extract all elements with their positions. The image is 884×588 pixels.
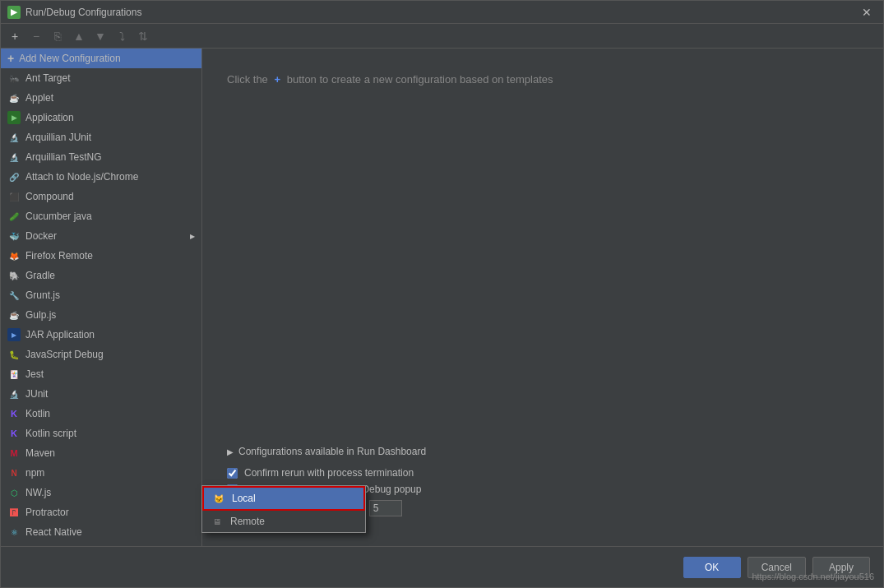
local-icon: 🐱: [212, 492, 225, 505]
firefox-remote-label: Firefox Remote: [25, 250, 93, 262]
sidebar-item-jar-application[interactable]: ▶ JAR Application: [1, 325, 201, 345]
move-into-btn[interactable]: ⤵: [113, 27, 131, 45]
run-debug-configurations-window: ▶ Run/Debug Configurations ✕ + − ⎘ ▲ ▼ ⤵…: [0, 0, 884, 588]
title-bar: ▶ Run/Debug Configurations ✕: [1, 1, 883, 24]
grunt-js-label: Grunt.js: [25, 289, 60, 301]
confirm-rerun-label: Confirm rerun with process termination: [244, 467, 414, 479]
sidebar-item-ant-target[interactable]: 🐜 Ant Target: [1, 68, 201, 88]
sidebar-item-cucumber-java[interactable]: 🥒 Cucumber java: [1, 206, 201, 226]
jar-application-label: JAR Application: [25, 329, 95, 340]
sort-btn[interactable]: ⇅: [134, 27, 152, 45]
remote-submenu-label: Remote: [230, 516, 265, 527]
sidebar-item-applet[interactable]: ☕ Applet: [1, 88, 201, 108]
applet-label: Applet: [25, 92, 53, 104]
sidebar-item-maven[interactable]: M Maven: [1, 443, 201, 463]
gradle-icon: 🐘: [7, 269, 21, 282]
javascript-debug-label: JavaScript Debug: [25, 349, 104, 360]
add-new-configuration-label: Add New Configuration: [19, 53, 120, 64]
attach-nodejs-icon: 🔗: [7, 170, 21, 183]
add-configuration-btn[interactable]: +: [6, 27, 24, 45]
move-up-btn[interactable]: ▲: [70, 27, 88, 45]
main-content: + Add New Configuration 🐜 Ant Target ☕ A…: [1, 49, 883, 546]
kotlin-script-icon: K: [7, 427, 21, 440]
submenu-item-remote[interactable]: 🖥 Remote: [202, 511, 365, 532]
gulp-js-icon: ☕: [7, 308, 21, 322]
sidebar-item-protractor[interactable]: 🅿 Protractor: [1, 502, 201, 522]
sidebar-item-compound[interactable]: ⬛ Compound: [1, 187, 201, 206]
sidebar-item-gradle[interactable]: 🐘 Gradle: [1, 266, 201, 285]
submenu-item-local[interactable]: 🐱 Local: [202, 486, 365, 511]
grunt-js-icon: 🔧: [7, 289, 21, 302]
toolbar: + − ⎘ ▲ ▼ ⤵ ⇅: [1, 24, 883, 49]
sidebar-item-junit[interactable]: 🔬 JUnit: [1, 384, 201, 404]
sidebar-item-npm[interactable]: N npm: [1, 463, 201, 483]
sidebar: + Add New Configuration 🐜 Ant Target ☕ A…: [1, 49, 202, 546]
sidebar-item-arquillian-testng[interactable]: 🔬 Arquillian TestNG: [1, 147, 201, 167]
npm-label: npm: [25, 467, 44, 479]
close-button[interactable]: ✕: [857, 4, 877, 21]
confirm-rerun-checkbox[interactable]: [227, 468, 238, 479]
compound-label: Compound: [25, 191, 74, 202]
junit-label: JUnit: [25, 388, 48, 400]
sidebar-item-jest[interactable]: 🃏 Jest: [1, 364, 201, 384]
plus-icon: +: [274, 73, 280, 86]
footer-url: https://blog.csdn.net/jiayou516: [0, 572, 884, 581]
gradle-label: Gradle: [25, 270, 55, 281]
protractor-icon: 🅿: [7, 506, 21, 519]
run-dashboard-arrow-icon: ▶: [227, 447, 234, 456]
maven-label: Maven: [25, 447, 55, 459]
docker-label: Docker: [25, 230, 57, 242]
react-native-icon: ⚛: [7, 525, 21, 539]
window-icon: ▶: [7, 6, 21, 19]
application-icon: ▶: [7, 111, 21, 124]
add-new-configuration-item[interactable]: + Add New Configuration: [1, 49, 201, 68]
tomcat-server-submenu: 🐱 Local 🖥 Remote: [201, 485, 366, 533]
sidebar-item-nwjs[interactable]: ⬡ NW.js: [1, 483, 201, 502]
info-text-after: button to create a new configuration bas…: [287, 73, 553, 86]
sidebar-item-docker[interactable]: 🐳 Docker: [1, 226, 201, 246]
temp-limit-input[interactable]: [369, 500, 402, 516]
jar-application-icon: ▶: [7, 328, 21, 341]
protractor-label: Protractor: [25, 507, 69, 518]
sidebar-item-javascript-debug[interactable]: 🐛 JavaScript Debug: [1, 345, 201, 364]
arquillian-testng-label: Arquillian TestNG: [25, 151, 101, 163]
copy-configuration-btn[interactable]: ⎘: [49, 27, 67, 45]
window-title: Run/Debug Configurations: [25, 7, 857, 18]
info-text-before: Click the: [227, 73, 268, 86]
sidebar-item-application[interactable]: ▶ Application: [1, 108, 201, 127]
move-down-btn[interactable]: ▼: [91, 27, 109, 45]
sidebar-item-grunt-js[interactable]: 🔧 Grunt.js: [1, 285, 201, 305]
ant-target-icon: 🐜: [7, 72, 21, 85]
sidebar-item-remote[interactable]: 🖥 Remote: [1, 542, 201, 546]
maven-icon: M: [7, 447, 21, 460]
run-dashboard-header[interactable]: ▶ Configurations available in Run Dashbo…: [227, 446, 859, 457]
sidebar-item-gulp-js[interactable]: ☕ Gulp.js: [1, 305, 201, 325]
sidebar-item-react-native[interactable]: ⚛ React Native: [1, 522, 201, 542]
sidebar-item-firefox-remote[interactable]: 🦊 Firefox Remote: [1, 246, 201, 266]
sidebar-item-attach-nodejs[interactable]: 🔗 Attach to Node.js/Chrome: [1, 167, 201, 187]
sidebar-item-kotlin[interactable]: K Kotlin: [1, 404, 201, 424]
javascript-debug-icon: 🐛: [7, 348, 21, 361]
sidebar-item-kotlin-script[interactable]: K Kotlin script: [1, 424, 201, 443]
nwjs-icon: ⬡: [7, 486, 21, 499]
local-label: Local: [232, 493, 256, 504]
application-label: Application: [25, 112, 74, 123]
arquillian-junit-icon: 🔬: [7, 131, 21, 144]
npm-icon: N: [7, 466, 21, 479]
junit-icon: 🔬: [7, 387, 21, 400]
footer-url-text: https://blog.csdn.net/jiayou516: [752, 572, 874, 581]
remove-configuration-btn[interactable]: −: [27, 27, 45, 45]
kotlin-label: Kotlin: [25, 408, 50, 419]
applet-icon: ☕: [7, 91, 21, 104]
react-native-label: React Native: [25, 526, 82, 538]
sidebar-item-arquillian-junit[interactable]: 🔬 Arquillian JUnit: [1, 127, 201, 147]
compound-icon: ⬛: [7, 190, 21, 203]
jest-icon: 🃏: [7, 368, 21, 381]
ant-target-label: Ant Target: [25, 72, 70, 84]
cucumber-java-icon: 🥒: [7, 210, 21, 223]
confirm-rerun-row: Confirm rerun with process termination: [227, 467, 859, 479]
info-text: Click the + button to create a new confi…: [227, 73, 859, 86]
cucumber-java-label: Cucumber java: [25, 211, 92, 222]
remote-icon: 🖥: [7, 545, 21, 546]
kotlin-script-label: Kotlin script: [25, 428, 76, 439]
